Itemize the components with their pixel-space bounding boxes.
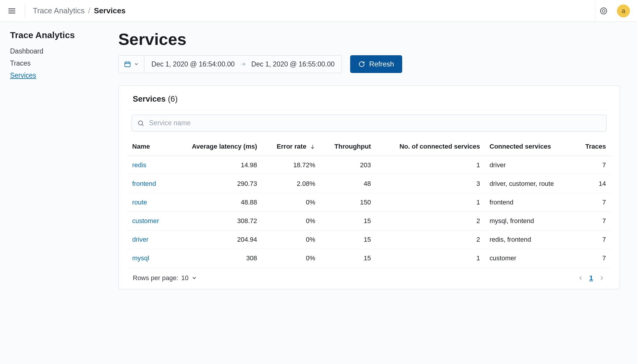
sidebar-item-services[interactable]: Services — [10, 72, 108, 79]
search-input[interactable] — [149, 119, 601, 127]
pagination: 1 — [577, 274, 605, 282]
service-link[interactable]: route — [132, 199, 147, 206]
rows-per-page-value: 10 — [181, 274, 188, 282]
date-range-picker[interactable]: Dec 1, 2020 @ 16:54:00.00 Dec 1, 2020 @ … — [118, 55, 342, 73]
cell-throughput: 15 — [320, 249, 376, 268]
col-traces[interactable]: Traces — [574, 137, 611, 156]
panel-title: Services (6) — [127, 95, 611, 104]
chevron-down-icon — [192, 275, 197, 281]
cell-latency: 308.72 — [171, 212, 262, 230]
date-from: Dec 1, 2020 @ 16:54:00.00 — [151, 60, 235, 68]
cell-num-connected: 1 — [376, 193, 485, 212]
cell-error-rate: 0% — [262, 230, 320, 249]
cell-error-rate: 0% — [262, 212, 320, 230]
cell-num-connected: 1 — [376, 156, 485, 175]
date-refresh-row: Dec 1, 2020 @ 16:54:00.00 Dec 1, 2020 @ … — [118, 55, 620, 73]
cell-error-rate: 2.08% — [262, 175, 320, 193]
sidebar-nav: Dashboard Traces Services — [10, 47, 108, 79]
breadcrumb-separator: / — [88, 6, 90, 15]
table-row: driver204.940%152redis, frontend7 — [127, 230, 611, 249]
page-prev-button[interactable] — [577, 274, 584, 282]
sidebar: Trace Analytics Dashboard Traces Service… — [0, 22, 118, 364]
cell-error-rate: 0% — [262, 249, 320, 268]
col-num-connected[interactable]: No. of connected services — [376, 137, 485, 156]
refresh-label: Refresh — [369, 60, 394, 68]
chevron-left-icon — [578, 275, 583, 281]
svg-point-3 — [600, 8, 607, 14]
service-link[interactable]: mysql — [132, 254, 149, 262]
svg-point-4 — [602, 9, 605, 12]
col-latency[interactable]: Average latency (ms) — [171, 137, 262, 156]
sidebar-item-traces[interactable]: Traces — [10, 59, 108, 67]
cell-latency: 290.73 — [171, 175, 262, 193]
calendar-icon — [124, 61, 131, 68]
col-name[interactable]: Name — [127, 137, 171, 156]
help-button[interactable] — [595, 0, 612, 22]
hamburger-icon — [8, 7, 16, 15]
services-table: Name Average latency (ms) Error rate Thr… — [127, 137, 611, 268]
rows-per-page-label: Rows per page: — [133, 274, 178, 282]
table-row: mysql3080%151customer7 — [127, 249, 611, 268]
cell-num-connected: 2 — [376, 230, 485, 249]
breadcrumb-root-link[interactable]: Trace Analytics — [33, 6, 85, 15]
cell-traces: 7 — [574, 156, 611, 175]
user-avatar[interactable]: a — [617, 4, 630, 17]
panel-title-text: Services — [133, 95, 166, 103]
col-throughput[interactable]: Throughput — [320, 137, 376, 156]
service-link[interactable]: driver — [132, 236, 148, 243]
date-range-display[interactable]: Dec 1, 2020 @ 16:54:00.00 Dec 1, 2020 @ … — [144, 60, 342, 68]
breadcrumb-current: Services — [94, 6, 126, 15]
cell-num-connected: 2 — [376, 212, 485, 230]
cell-connected: customer — [485, 249, 574, 268]
services-panel: Services (6) Name Average latency (ms) E… — [118, 85, 620, 289]
cell-traces: 7 — [574, 249, 611, 268]
cell-latency: 308 — [171, 249, 262, 268]
cell-connected: driver, customer, route — [485, 175, 574, 193]
cell-throughput: 15 — [320, 212, 376, 230]
cell-traces: 14 — [574, 175, 611, 193]
col-error-rate[interactable]: Error rate — [262, 137, 320, 156]
table-footer: Rows per page: 10 1 — [127, 268, 611, 282]
sidebar-item-dashboard[interactable]: Dashboard — [10, 47, 108, 55]
divider — [127, 109, 611, 109]
chevron-right-icon — [599, 275, 605, 281]
arrow-right-icon — [240, 61, 246, 67]
cell-throughput: 15 — [320, 230, 376, 249]
cell-throughput: 150 — [320, 193, 376, 212]
service-link[interactable]: customer — [132, 217, 159, 225]
svg-rect-5 — [125, 62, 130, 67]
date-quick-select-button[interactable] — [119, 56, 144, 73]
sidebar-title: Trace Analytics — [10, 30, 108, 40]
table-row: frontend290.732.08%483driver, customer, … — [127, 175, 611, 193]
top-bar: Trace Analytics / Services a — [0, 0, 637, 22]
refresh-button[interactable]: Refresh — [350, 55, 402, 73]
col-error-rate-label: Error rate — [277, 143, 306, 150]
page-title: Services — [118, 30, 620, 49]
divider — [25, 4, 25, 17]
cell-connected: mysql, frontend — [485, 212, 574, 230]
rows-per-page-select[interactable]: Rows per page: 10 — [133, 274, 197, 282]
breadcrumb: Trace Analytics / Services — [33, 6, 126, 15]
search-icon — [137, 120, 144, 127]
nav-toggle-button[interactable] — [6, 5, 18, 17]
refresh-icon — [358, 61, 365, 67]
sort-desc-icon — [310, 144, 315, 150]
main-content: Services Dec 1, 2020 @ 16:54:00.00 Dec 1… — [118, 22, 627, 364]
page-number[interactable]: 1 — [589, 274, 593, 282]
date-to: Dec 1, 2020 @ 16:55:00.00 — [251, 60, 335, 68]
col-connected[interactable]: Connected services — [485, 137, 574, 156]
page-next-button[interactable] — [598, 274, 605, 282]
cell-num-connected: 3 — [376, 175, 485, 193]
help-icon — [599, 7, 608, 15]
cell-connected: driver — [485, 156, 574, 175]
search-box[interactable] — [132, 115, 607, 131]
cell-traces: 7 — [574, 230, 611, 249]
service-link[interactable]: frontend — [132, 180, 156, 187]
table-row: route48.880%1501frontend7 — [127, 193, 611, 212]
cell-error-rate: 0% — [262, 193, 320, 212]
service-link[interactable]: redis — [132, 161, 146, 169]
cell-connected: frontend — [485, 193, 574, 212]
cell-throughput: 203 — [320, 156, 376, 175]
table-row: customer308.720%152mysql, frontend7 — [127, 212, 611, 230]
svg-point-10 — [138, 121, 143, 125]
